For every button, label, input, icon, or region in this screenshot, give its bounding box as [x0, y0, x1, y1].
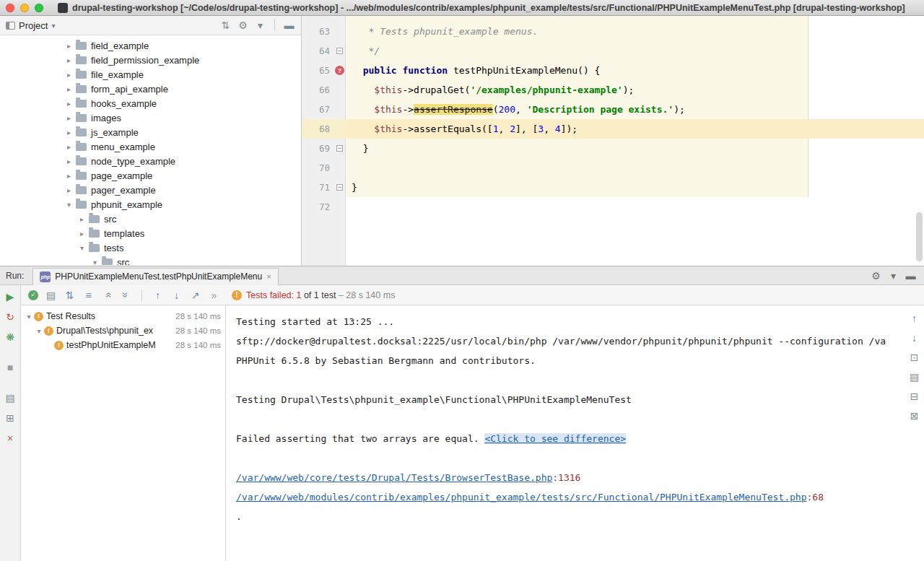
clear-console-icon[interactable]: ⊠: [908, 409, 920, 422]
rerun-failed-tests-icon[interactable]: ↻: [4, 310, 17, 323]
chevron-right-icon[interactable]: ▸: [64, 100, 74, 108]
import-tests-icon[interactable]: ▤: [908, 370, 920, 383]
project-tree-item[interactable]: ▸hooks_example: [0, 96, 301, 110]
project-tree-item[interactable]: ▸src: [0, 212, 301, 226]
collapse-all-icon[interactable]: ⇅: [219, 19, 232, 32]
project-tree-item[interactable]: ▸field_permission_example: [0, 53, 301, 67]
fold-column: ?: [334, 61, 346, 80]
project-tree-item[interactable]: ▸field_example: [0, 38, 301, 53]
next-failed-test-icon[interactable]: ↓: [170, 289, 183, 301]
project-tree-item[interactable]: ▸templates: [0, 226, 301, 240]
previous-failed-test-icon[interactable]: ↑: [152, 289, 164, 301]
project-tree-item[interactable]: ▸page_example: [0, 168, 301, 183]
expand-all-icon[interactable]: »: [120, 289, 132, 301]
run-toolbar: ✓▤⇅≡»»↑↓↗» ! Tests failed: 1 of 1 test –…: [21, 285, 924, 305]
chevron-right-icon[interactable]: ▸: [64, 85, 74, 93]
console[interactable]: Testing started at 13:25 ...sftp://docke…: [226, 305, 924, 561]
sort-by-duration-icon[interactable]: ⇅: [64, 289, 76, 301]
project-tree-item[interactable]: ▸pager_example: [0, 183, 301, 197]
collapse-all-icon[interactable]: »: [101, 289, 113, 301]
chevron-right-icon[interactable]: ▸: [64, 71, 74, 79]
project-tree-item[interactable]: ▸images: [0, 110, 301, 125]
code-segment: * Tests phpunit_example menus.: [352, 26, 538, 37]
chevron-right-icon[interactable]: ▸: [64, 42, 74, 50]
run-tab[interactable]: php PHPUnitExampleMenuTest.testPhpUnitEx…: [32, 268, 278, 285]
close-tab-icon[interactable]: ×: [266, 272, 271, 281]
gear-icon[interactable]: ⚙: [237, 19, 249, 32]
project-tree-item[interactable]: ▸menu_example: [0, 139, 301, 154]
test-tree-item[interactable]: ▾!Drupal\Tests\phpunit_ex28 s 140 ms: [21, 323, 225, 338]
stacktrace-link[interactable]: /var/www/web/core/tests/Drupal/Tests/Bro…: [236, 472, 552, 483]
chevron-down-icon[interactable]: ▾: [64, 201, 74, 209]
chevron-down-icon[interactable]: ▾: [77, 244, 87, 252]
chevron-right-icon[interactable]: ▸: [64, 143, 74, 151]
code-line[interactable]: 63 * Tests phpunit_example menus.: [302, 22, 924, 41]
overflow-chevron-icon[interactable]: »: [208, 289, 220, 301]
print-icon[interactable]: ⊟: [908, 390, 920, 402]
test-failed-gutter-icon[interactable]: ?: [335, 66, 344, 75]
chevron-right-icon[interactable]: ▸: [64, 114, 74, 122]
show-console-icon[interactable]: ▤: [45, 289, 57, 301]
sort-alphabetically-icon[interactable]: ≡: [82, 289, 95, 301]
stacktrace-link[interactable]: /var/www/web/modules/contrib/examples/ph…: [236, 492, 807, 503]
project-item-label: src: [117, 257, 129, 266]
editor[interactable]: 63 * Tests phpunit_example menus.64− */6…: [302, 16, 924, 266]
code-line[interactable]: 66 $this->drupalGet('/examples/phpunit-e…: [302, 80, 924, 100]
close-icon[interactable]: ×: [4, 432, 17, 444]
chevron-down-icon[interactable]: ▾: [24, 313, 34, 321]
caret-down-icon[interactable]: ▾: [254, 19, 266, 32]
project-tree-item[interactable]: ▾phpunit_example: [0, 197, 301, 212]
project-tree-item[interactable]: ▾tests: [0, 240, 301, 255]
project-tree-item[interactable]: ▸js_example: [0, 125, 301, 139]
code-line[interactable]: 64− */: [302, 41, 924, 61]
fold-icon[interactable]: −: [336, 48, 343, 54]
chevron-right-icon[interactable]: ▸: [64, 157, 74, 165]
project-tree-item[interactable]: ▸form_api_example: [0, 82, 301, 96]
settings-gear-icon[interactable]: ⚙: [870, 269, 882, 282]
chevron-right-icon[interactable]: ▸: [64, 129, 74, 136]
chevron-right-icon[interactable]: ▸: [64, 56, 74, 64]
chevron-down-icon[interactable]: ▾: [90, 258, 100, 266]
project-tree-item[interactable]: ▸node_type_example: [0, 154, 301, 168]
navigate-up-stacktrace-icon[interactable]: ↑: [908, 312, 920, 324]
code-line[interactable]: 67 $this->assertResponse(200, 'Descripti…: [302, 100, 924, 119]
test-history-icon[interactable]: ⊞: [4, 412, 17, 424]
code-line[interactable]: 65? public function testPhpUnitExampleMe…: [302, 61, 924, 80]
project-tree-item[interactable]: ▾src: [0, 255, 301, 265]
open-in-editor-icon[interactable]: ↗: [189, 289, 201, 301]
tool-window-icon[interactable]: [6, 22, 15, 30]
chevron-right-icon[interactable]: ▸: [64, 172, 74, 180]
code-line[interactable]: 68 $this->assertEquals([1, 2], [3, 4]);: [302, 119, 924, 139]
hide-panel-icon[interactable]: ▬: [283, 19, 295, 32]
show-passed-icon[interactable]: ✓: [28, 290, 38, 300]
rerun-test-icon[interactable]: ▶: [4, 290, 17, 303]
project-tree-item[interactable]: ▸file_example: [0, 67, 301, 82]
fold-icon[interactable]: −: [336, 145, 343, 152]
chevron-right-icon[interactable]: ▸: [77, 230, 87, 238]
caret-down-icon[interactable]: ▾: [887, 269, 899, 282]
minimize-window-button[interactable]: [20, 4, 29, 12]
test-tree-item[interactable]: ▾!Test Results28 s 140 ms: [21, 309, 225, 323]
export-test-results-icon[interactable]: ⊡: [908, 351, 920, 363]
chevron-right-icon[interactable]: ▸: [64, 186, 74, 194]
zoom-window-button[interactable]: [35, 4, 43, 12]
toggle-auto-test-icon[interactable]: ❋: [4, 331, 17, 343]
code-line[interactable]: 69− }: [302, 139, 924, 158]
chevron-right-icon[interactable]: ▸: [77, 215, 87, 223]
editor-scrollbar[interactable]: [916, 212, 923, 261]
show-console-output-icon[interactable]: ▤: [4, 391, 17, 404]
navigate-down-stacktrace-icon[interactable]: ↓: [908, 331, 920, 344]
hide-panel-icon[interactable]: ▬: [905, 269, 917, 282]
code-line[interactable]: 70: [302, 158, 924, 178]
diff-link[interactable]: <Click to see difference>: [484, 433, 626, 444]
project-panel-title[interactable]: Project: [19, 20, 48, 31]
test-duration: 28 s 140 ms: [175, 326, 221, 335]
stop-icon[interactable]: ■: [4, 361, 17, 373]
caret-down-icon[interactable]: ▾: [51, 22, 55, 30]
code-line[interactable]: 71−}: [302, 178, 924, 197]
close-window-button[interactable]: [6, 4, 14, 12]
code-line[interactable]: 72: [302, 197, 924, 217]
fold-icon[interactable]: −: [336, 184, 343, 191]
chevron-down-icon[interactable]: ▾: [34, 327, 44, 335]
test-tree-item[interactable]: !testPhpUnitExampleM28 s 140 ms: [21, 338, 225, 352]
